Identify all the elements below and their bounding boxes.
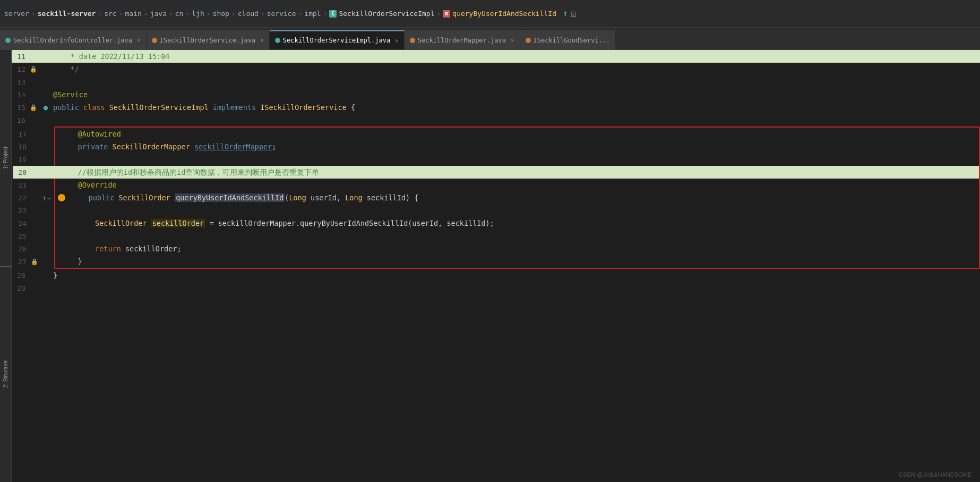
pen-icon-22: ✏ <box>48 195 51 201</box>
navigate-icon[interactable]: ⬆ <box>563 9 568 19</box>
code-line-20: 20 //根据用户的id和秒杀商品的id查询数据，可用来判断用户是否重复下单 <box>13 166 979 179</box>
breadcrumb-item-class[interactable]: SeckillOrderServiceImpl <box>339 10 434 18</box>
breadcrumb-item-ljh[interactable]: ljh <box>192 10 204 18</box>
code-line-13: 13 <box>12 75 980 88</box>
breadcrumb-item-impl[interactable]: impl <box>304 10 321 18</box>
breadcrumb-item-shop[interactable]: shop <box>213 10 229 18</box>
code-line-29: 29 <box>12 282 980 294</box>
tab-close-1[interactable]: ✕ <box>137 37 141 44</box>
tab-icon-i2 <box>152 38 157 43</box>
navigate-icon-15: ● <box>44 103 48 112</box>
tab-close-3[interactable]: ✕ <box>395 37 399 44</box>
code-line-21: 21 @Override <box>13 179 979 191</box>
tab-seckill-order-mapper[interactable]: SeckillOrderMapper.java ✕ <box>405 30 520 49</box>
breadcrumb-item-src[interactable]: src <box>104 10 116 18</box>
recent-files-icon[interactable]: ◱ <box>571 9 577 19</box>
tabs-bar: SeckillOrderInfoController.java ✕ ISecki… <box>0 28 980 50</box>
code-line-26: 26 return seckillOrder; <box>13 242 979 255</box>
code-line-28: 28 } <box>12 269 980 282</box>
editor-container: 1: Project 2: Structure 11 * date 2022/1… <box>0 50 980 482</box>
tab-label-5: ISeckillGoodServi... <box>534 37 611 44</box>
breadcrumb-item-server[interactable]: server <box>4 10 29 18</box>
tab-label-3: SeckillOrderServiceImpl.java <box>283 37 390 44</box>
tab-iseckill-order-service[interactable]: ISeckillOrderService.java ✕ <box>147 30 270 49</box>
tab-label-2: ISeckillOrderService.java <box>160 37 256 44</box>
tab-icon-c1 <box>5 38 11 43</box>
breadcrumb-bar: server › seckill-server › src › main › j… <box>0 0 980 28</box>
tab-close-4[interactable]: ✕ <box>511 37 514 44</box>
orange-marker-22 <box>58 194 65 201</box>
method-icon-m: m <box>443 10 450 18</box>
breadcrumb-item-method[interactable]: queryByUserIdAndSeckillId <box>452 10 556 18</box>
breadcrumb-item-cn[interactable]: cn <box>175 10 184 18</box>
tab-icon-i4 <box>410 38 415 43</box>
tab-seckill-order-service-impl[interactable]: SeckillOrderServiceImpl.java ✕ <box>270 30 405 49</box>
sidebar-project-label[interactable]: 1: Project <box>3 147 8 169</box>
tab-iseckill-good-service[interactable]: ISeckillGoodServi... <box>520 30 616 49</box>
watermark: CSDN @JH&&HANDSOME <box>899 471 972 478</box>
fold-icon-12[interactable]: 🔒 <box>30 66 37 73</box>
code-line-25: 25 <box>13 230 979 242</box>
breadcrumb-item-service[interactable]: service <box>267 10 296 18</box>
tab-label-4: SeckillOrderMapper.java <box>418 37 506 44</box>
code-line-24: 24 SeckillOrder seckillOrder = seckillOr… <box>13 217 979 230</box>
tab-icon-i5 <box>526 38 531 43</box>
breadcrumb-item-main[interactable]: main <box>125 10 142 18</box>
code-line-17: 17 @Autowired <box>13 128 979 140</box>
breadcrumb-item-seckill-server[interactable]: seckill-server <box>38 10 96 18</box>
code-line-15: 15 🔒 ● public class SeckillOrderServiceI… <box>12 101 980 114</box>
code-line-19: 19 <box>13 153 979 166</box>
breadcrumb-item-cloud[interactable]: cloud <box>238 10 259 18</box>
sidebar-structure-label[interactable]: 2: Structure <box>3 360 8 388</box>
code-line-22: 22 ↑ ✏ public SeckillOrder queryByUserId… <box>13 191 979 204</box>
fold-icon-27[interactable]: 🔒 <box>31 258 38 265</box>
breadcrumb-item-java[interactable]: java <box>150 10 167 18</box>
tab-label: SeckillOrderInfoController.java <box>13 37 132 44</box>
class-icon-c: C <box>329 10 337 18</box>
fold-icon-15[interactable]: 🔒 <box>30 104 37 111</box>
code-line-18: 18 private SeckillOrderMapper seckillOrd… <box>13 140 979 153</box>
code-line-27: 27 🔒 } <box>13 255 979 268</box>
code-line-16: 16 <box>12 114 980 126</box>
tab-seckill-order-info-controller[interactable]: SeckillOrderInfoController.java ✕ <box>0 30 147 49</box>
tab-close-2[interactable]: ✕ <box>260 37 264 44</box>
tab-icon-c3 <box>275 38 280 43</box>
left-sidebar: 1: Project 2: Structure <box>0 50 12 482</box>
method-body-box: 17 @Autowired 18 private SeckillOrderMap… <box>54 126 980 269</box>
code-editor[interactable]: 11 * date 2022/11/13 15:04 12 🔒 */ <box>12 50 980 482</box>
code-line-14: 14 @Service <box>12 88 980 101</box>
up-arrow-icon-22: ↑ <box>42 194 47 202</box>
code-line-11: 11 * date 2022/11/13 15:04 <box>12 50 980 63</box>
code-line-12: 12 🔒 */ <box>12 63 980 75</box>
code-line-23: 23 <box>13 204 979 217</box>
